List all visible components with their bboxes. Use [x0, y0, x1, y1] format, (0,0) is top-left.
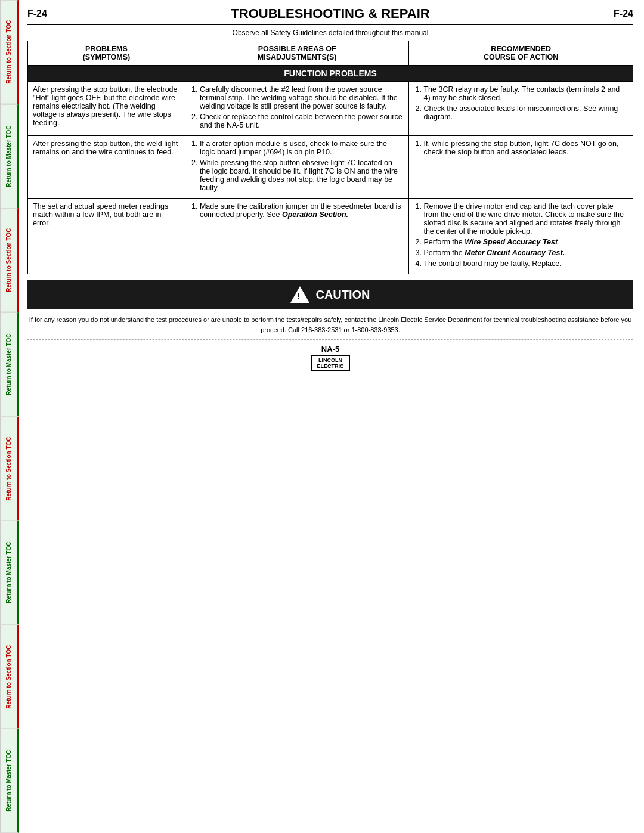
brand-sub: ELECTRIC	[317, 363, 344, 369]
caution-box: CAUTION	[27, 280, 633, 309]
section-toc-tab-4[interactable]: Return to Section TOC	[0, 625, 19, 729]
table-row: After pressing the stop button, the elec…	[28, 82, 633, 136]
misadj-1: Carefully disconnect the #2 lead from th…	[185, 82, 409, 136]
col-header-problems: PROBLEMS(SYMPTOMS)	[28, 41, 185, 66]
brand-logo: LINCOLN ELECTRIC	[311, 355, 350, 371]
model-name: NA-5	[27, 345, 633, 354]
page-num-left: F-24	[27, 8, 47, 19]
caution-triangle-icon	[290, 286, 309, 303]
footer-text: If for any reason you do not understand …	[27, 315, 633, 335]
main-content: F-24 TROUBLESHOOTING & REPAIR F-24 Obser…	[21, 0, 639, 377]
section-toc-tab-3[interactable]: Return to Section TOC	[0, 417, 19, 521]
page-header: F-24 TROUBLESHOOTING & REPAIR F-24	[27, 6, 633, 25]
function-problems-header: FUNCTION PROBLEMS	[28, 66, 633, 82]
footer-brand: NA-5 LINCOLN ELECTRIC	[27, 345, 633, 371]
page-num-right: F-24	[614, 8, 633, 19]
master-toc-tab-4[interactable]: Return to Master TOC	[0, 729, 19, 833]
action-3: Remove the drive motor end cap and the t…	[409, 199, 633, 274]
action-2: If, while pressing the stop button, ligh…	[409, 136, 633, 199]
master-toc-tab-2[interactable]: Return to Master TOC	[0, 312, 19, 417]
problem-1: After pressing the stop button, the elec…	[28, 82, 185, 136]
section-toc-tab-1[interactable]: Return to Section TOC	[0, 0, 19, 104]
table-row: After pressing the stop button, the weld…	[28, 136, 633, 199]
footer-divider	[27, 339, 633, 340]
side-tabs-container: Return to Section TOC Return to Master T…	[0, 0, 19, 833]
brand-name: LINCOLN	[317, 357, 344, 363]
section-toc-tab-2[interactable]: Return to Section TOC	[0, 208, 19, 312]
safety-notice: Observe all Safety Guidelines detailed t…	[27, 29, 633, 37]
table-row: The set and actual speed meter readings …	[28, 199, 633, 274]
action-1: The 3CR relay may be faulty. The contact…	[409, 82, 633, 136]
master-toc-tab-1[interactable]: Return to Master TOC	[0, 104, 19, 209]
problem-3: The set and actual speed meter readings …	[28, 199, 185, 274]
problem-2: After pressing the stop button, the weld…	[28, 136, 185, 199]
misadj-2: If a crater option module is used, check…	[185, 136, 409, 199]
troubleshooting-table: PROBLEMS(SYMPTOMS) POSSIBLE AREAS OFMISA…	[27, 41, 633, 274]
caution-label: CAUTION	[315, 288, 370, 302]
page-title: TROUBLESHOOTING & REPAIR	[47, 6, 614, 21]
col-header-action: RECOMMENDEDCOURSE OF ACTION	[409, 41, 633, 66]
misadj-3: Made sure the calibration jumper on the …	[185, 199, 409, 274]
master-toc-tab-3[interactable]: Return to Master TOC	[0, 521, 19, 625]
col-header-misadj: POSSIBLE AREAS OFMISADJUSTMENTS(S)	[185, 41, 409, 66]
